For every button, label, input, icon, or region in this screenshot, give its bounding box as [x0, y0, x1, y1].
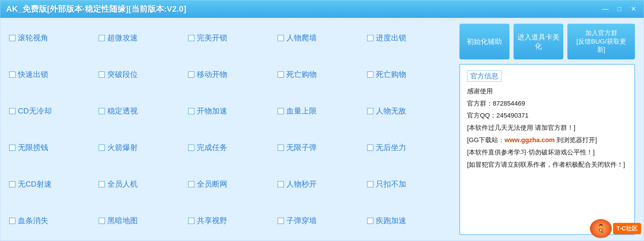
tc-site-text: T·C社区: [613, 223, 641, 234]
checkbox-label: 血量上限: [286, 106, 317, 116]
checkbox-box[interactable]: [9, 181, 16, 187]
checkbox-label: 死亡购物: [286, 69, 317, 80]
checkbox-label: 无后坐力: [376, 142, 406, 153]
left-panel: 滚轮视角 超微攻速 完美开锁 人物爬墙 进度出锁 快速出锁 突破段位: [9, 24, 451, 235]
tools-button[interactable]: 进入道具卡美化: [514, 24, 564, 59]
checkbox-item[interactable]: 移动开物: [188, 60, 272, 89]
checkbox-item[interactable]: 超微攻速: [99, 24, 182, 52]
checkbox-item[interactable]: 全员断网: [188, 170, 272, 198]
checkbox-item[interactable]: 开物加速: [188, 97, 272, 125]
checkbox-label: 全员人机: [107, 179, 138, 189]
checkbox-item[interactable]: 血量上限: [278, 97, 361, 125]
checkbox-label: 无限捞钱: [18, 142, 48, 153]
checkbox-item[interactable]: 完美开锁: [188, 24, 272, 52]
checkbox-item[interactable]: 快速出锁: [9, 60, 93, 89]
checkbox-box[interactable]: [99, 218, 105, 224]
checkbox-label: 开物加速: [197, 106, 227, 116]
checkbox-box[interactable]: [367, 144, 373, 151]
checkbox-item[interactable]: 全员人机: [99, 170, 182, 198]
checkbox-box[interactable]: [188, 181, 194, 187]
checkbox-item[interactable]: 无后坐力: [367, 133, 451, 162]
checkbox-item[interactable]: 无限捞钱: [9, 133, 93, 162]
checkbox-label: 人物无敌: [376, 106, 406, 116]
checkbox-box[interactable]: [99, 35, 105, 41]
checkbox-label: 完美开锁: [197, 33, 227, 43]
checkbox-box[interactable]: [278, 108, 284, 114]
init-button[interactable]: 初始化辅助: [459, 24, 509, 59]
info-lines: 感谢使用官方群：872854469官方QQ：245490371[本软件过几天无法…: [467, 85, 627, 171]
checkbox-box[interactable]: [278, 144, 284, 151]
checkbox-box[interactable]: [278, 181, 284, 187]
checkbox-item[interactable]: 血条消失: [9, 206, 93, 235]
minimize-button[interactable]: —: [601, 5, 610, 13]
checkbox-box[interactable]: [188, 71, 194, 78]
checkbox-box[interactable]: [367, 181, 373, 187]
checkbox-item[interactable]: 人物无敌: [367, 97, 451, 125]
checkbox-box[interactable]: [188, 218, 194, 224]
checkbox-box[interactable]: [367, 35, 373, 41]
checkbox-box[interactable]: [9, 71, 16, 78]
checkbox-item[interactable]: 只扣不加: [367, 170, 451, 198]
checkbox-box[interactable]: [278, 35, 284, 41]
window-controls: — □ ✕: [601, 5, 638, 13]
checkbox-label: 血条消失: [18, 216, 48, 226]
checkbox-label: 只扣不加: [376, 179, 406, 189]
checkbox-item[interactable]: 无CD射速: [9, 170, 93, 198]
checkbox-label: 无限子弹: [286, 142, 317, 153]
main-window: AK_免费版[外部版本·稳定性随缘][当前版本:V2.0] — □ ✕ 滚轮视角…: [0, 0, 644, 241]
checkbox-item[interactable]: 疾跑加速: [367, 206, 451, 235]
checkbox-item[interactable]: 黑暗地图: [99, 206, 182, 235]
checkbox-box[interactable]: [99, 71, 105, 78]
title-bar: AK_免费版[外部版本·稳定性随缘][当前版本:V2.0] — □ ✕: [0, 0, 644, 18]
checkbox-label: 人物爬墙: [286, 33, 317, 43]
checkbox-box[interactable]: [99, 144, 105, 151]
checkbox-label: 共享视野: [197, 216, 227, 226]
checkbox-box[interactable]: [188, 144, 194, 151]
checkbox-box[interactable]: [367, 71, 373, 78]
checkbox-box[interactable]: [9, 218, 16, 224]
checkbox-item[interactable]: 完成任务: [188, 133, 272, 162]
checkbox-label: 全员断网: [197, 179, 227, 189]
checkbox-item[interactable]: 死亡购物: [278, 60, 361, 89]
window-title: AK_免费版[外部版本·稳定性随缘][当前版本:V2.0]: [6, 4, 186, 15]
checkbox-label: 移动开物: [197, 69, 227, 80]
checkbox-box[interactable]: [278, 71, 284, 78]
checkbox-box[interactable]: [9, 144, 16, 151]
checkbox-label: 快速出锁: [18, 69, 48, 80]
checkbox-label: CD无冷却: [18, 106, 52, 116]
main-content: 滚轮视角 超微攻速 完美开锁 人物爬墙 进度出锁 快速出锁 突破段位: [0, 18, 644, 241]
checkbox-item[interactable]: CD无冷却: [9, 97, 93, 125]
checkbox-box[interactable]: [188, 35, 194, 41]
checkbox-item[interactable]: 共享视野: [188, 206, 272, 235]
close-button[interactable]: ✕: [629, 5, 638, 13]
checkbox-box[interactable]: [188, 108, 194, 114]
checkbox-item[interactable]: 子弹穿墙: [278, 206, 361, 235]
checkbox-item[interactable]: 进度出锁: [367, 24, 451, 52]
checkbox-box[interactable]: [278, 218, 284, 224]
checkbox-item[interactable]: 人物爬墙: [278, 24, 361, 52]
checkbox-item[interactable]: 人物秒开: [278, 170, 361, 198]
checkbox-box[interactable]: [9, 35, 16, 41]
checkbox-item[interactable]: 突破段位: [99, 60, 182, 89]
info-line: 官方QQ：245490371: [467, 109, 627, 122]
checkbox-box[interactable]: [99, 108, 105, 114]
checkbox-box[interactable]: [367, 218, 373, 224]
checkbox-item[interactable]: 死亡购物: [367, 60, 451, 89]
checkbox-label: 无CD射速: [18, 179, 52, 189]
maximize-button[interactable]: □: [615, 5, 624, 13]
checkbox-item[interactable]: 火箭爆射: [99, 133, 182, 162]
info-line: [GG下载站：www.ggzha.com 到浏览器打开]: [467, 134, 627, 146]
tc-logo-icon: 👨🍳: [590, 219, 612, 238]
checkbox-box[interactable]: [367, 108, 373, 114]
checkbox-box[interactable]: [99, 181, 105, 187]
top-buttons: 初始化辅助 进入道具卡美化 加入官方群[反馈BUG/获取更新]: [459, 24, 635, 59]
info-line: 感谢使用: [467, 85, 627, 97]
checkbox-box[interactable]: [9, 108, 16, 114]
info-line: [本软件直供参考学习·切勿破坏游戏公平性！]: [467, 146, 627, 159]
group-button[interactable]: 加入官方群[反馈BUG/获取更新]: [567, 24, 635, 59]
checkbox-item[interactable]: 稳定透视: [99, 97, 182, 125]
info-section-title: 官方信息: [467, 70, 502, 82]
checkbox-item[interactable]: 无限子弹: [278, 133, 361, 162]
checkbox-item[interactable]: 滚轮视角: [9, 24, 93, 52]
checkbox-label: 突破段位: [107, 69, 138, 80]
